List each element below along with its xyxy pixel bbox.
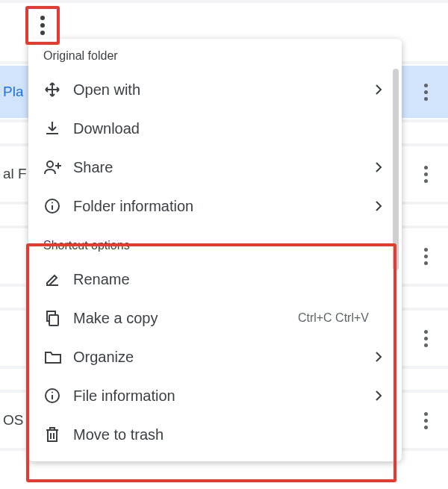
file-row-label: Pla xyxy=(3,84,23,100)
vertical-dots-icon xyxy=(424,248,428,265)
svg-rect-4 xyxy=(49,315,58,326)
menu-item-download[interactable]: Download xyxy=(28,109,402,148)
menu-section-original-folder: Original folder xyxy=(28,39,402,70)
menu-item-shortcut: Ctrl+C Ctrl+V xyxy=(298,311,369,325)
row-more-button[interactable] xyxy=(417,162,435,186)
file-row-label: OS xyxy=(3,412,23,429)
vertical-dots-icon xyxy=(424,412,428,429)
menu-item-folder-information[interactable]: Folder information xyxy=(28,187,402,225)
menu-item-organize[interactable]: Organize xyxy=(28,337,402,376)
menu-item-label: File information xyxy=(73,387,375,405)
row-more-button[interactable] xyxy=(417,408,435,432)
move-icon xyxy=(43,81,73,99)
info-icon xyxy=(43,387,73,405)
row-more-button[interactable] xyxy=(417,244,435,268)
organize-icon xyxy=(43,348,73,366)
chevron-right-icon xyxy=(375,161,387,173)
row-more-button[interactable] xyxy=(417,326,435,350)
menu-item-make-a-copy[interactable]: Make a copyCtrl+C Ctrl+V xyxy=(28,299,402,337)
menu-scrollbar[interactable] xyxy=(393,69,399,270)
chevron-right-icon xyxy=(375,351,387,363)
trash-icon xyxy=(43,426,73,443)
more-options-button[interactable] xyxy=(25,6,60,45)
svg-point-3 xyxy=(52,202,53,204)
vertical-dots-icon xyxy=(424,330,428,347)
menu-item-file-information[interactable]: File information xyxy=(28,376,402,415)
info-icon xyxy=(43,197,73,215)
menu-item-move-to-trash[interactable]: Move to trash xyxy=(28,415,402,454)
menu-item-label: Share xyxy=(73,159,375,176)
file-row-label: al F xyxy=(3,166,27,182)
svg-point-0 xyxy=(47,161,53,167)
copy-icon xyxy=(43,309,73,327)
context-menu: Original folder Open withDownloadShareFo… xyxy=(28,39,402,461)
svg-point-7 xyxy=(52,392,53,393)
share-icon xyxy=(43,158,73,176)
chevron-right-icon xyxy=(375,84,387,96)
row-more-button[interactable] xyxy=(417,80,435,104)
row-divider xyxy=(0,0,448,3)
menu-item-open-with[interactable]: Open with xyxy=(28,70,402,109)
menu-item-label: Make a copy xyxy=(73,310,298,327)
menu-item-label: Download xyxy=(73,120,375,137)
menu-item-share[interactable]: Share xyxy=(28,148,402,187)
vertical-dots-icon xyxy=(424,84,428,101)
menu-item-label: Move to trash xyxy=(73,426,375,443)
vertical-dots-icon xyxy=(424,166,428,183)
chevron-right-icon xyxy=(375,200,387,212)
menu-item-label: Rename xyxy=(73,271,375,288)
rename-icon xyxy=(43,270,73,288)
menu-item-label: Organize xyxy=(73,349,375,366)
menu-item-label: Folder information xyxy=(73,198,375,215)
vertical-dots-icon xyxy=(40,16,45,35)
menu-section-shortcut-options: Shortcut options xyxy=(28,225,402,260)
menu-item-rename[interactable]: Rename xyxy=(28,260,402,299)
menu-item-label: Open with xyxy=(73,81,375,99)
chevron-right-icon xyxy=(375,390,387,402)
download-icon xyxy=(43,119,73,137)
